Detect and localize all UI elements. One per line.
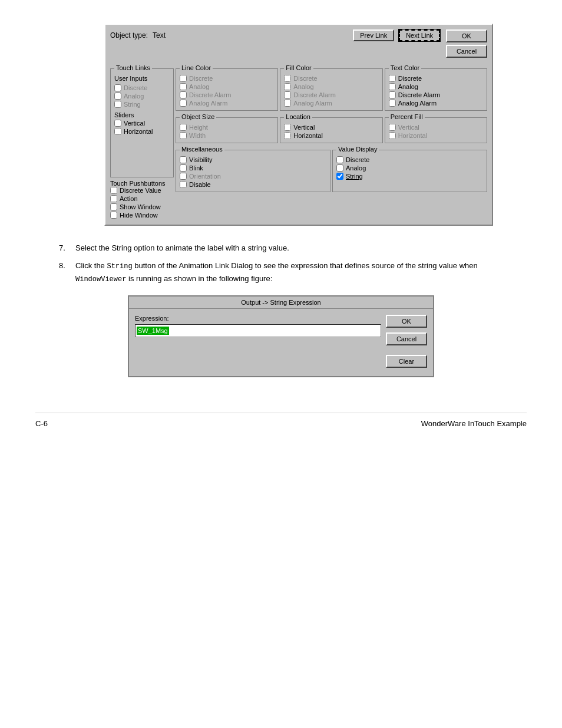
location-horizontal-checkbox[interactable] — [284, 132, 291, 139]
vd-analog-checkbox[interactable] — [336, 164, 343, 172]
discrete-value-label: Discrete Value — [120, 187, 161, 194]
fill-discrete-alarm-checkbox[interactable] — [284, 91, 291, 98]
user-inputs-label: User Inputs — [114, 75, 170, 82]
disable-checkbox[interactable] — [180, 181, 187, 188]
fill-analog-alarm-checkbox[interactable] — [284, 100, 291, 107]
orientation-checkbox[interactable] — [180, 173, 187, 180]
action-label: Action — [120, 195, 138, 202]
line-analog-checkbox[interactable] — [180, 83, 187, 90]
location-vertical-label: Vertical — [293, 124, 315, 131]
fill-discrete-alarm-label: Discrete Alarm — [293, 91, 336, 98]
blink-checkbox[interactable] — [180, 164, 187, 172]
text-discrete-label: Discrete — [398, 75, 422, 82]
pf-vertical-label: Vertical — [398, 124, 419, 131]
fill-analog-checkbox[interactable] — [284, 83, 291, 90]
sliders-horizontal-label: Horizontal — [124, 128, 153, 135]
line-analog-alarm-checkbox[interactable] — [180, 100, 187, 107]
touch-analog-checkbox[interactable] — [114, 93, 121, 100]
text-analog-label: Analog — [398, 83, 418, 90]
step8-code1: String — [107, 262, 132, 271]
line-analog-alarm-label: Analog Alarm — [189, 100, 227, 107]
line-analog-label: Analog — [189, 83, 209, 90]
step8-num: 8. — [59, 259, 70, 286]
hide-window-checkbox[interactable] — [110, 212, 117, 219]
step7-num: 7. — [59, 243, 70, 252]
vd-string-checkbox[interactable] — [336, 173, 343, 180]
expression-label: Expression: — [135, 315, 381, 322]
expression-value: SW_1Msg — [137, 327, 169, 335]
line-color-title: Line Color — [180, 64, 213, 71]
step8-text: Click the String button of the Animation… — [75, 259, 503, 286]
height-label: Height — [189, 124, 208, 131]
line-discrete-alarm-checkbox[interactable] — [180, 91, 187, 98]
object-size-title: Object Size — [180, 113, 216, 120]
fill-analog-label: Analog — [293, 83, 313, 90]
next-link-button[interactable]: Next Link — [399, 29, 440, 41]
fill-analog-alarm-label: Analog Alarm — [293, 100, 332, 107]
object-type-label: Object type: — [110, 31, 148, 39]
expr-dialog-title: Output -> String Expression — [129, 297, 433, 309]
percent-fill-panel: Percent Fill Vertical Horizontal — [385, 117, 487, 143]
percent-fill-title: Percent Fill — [389, 113, 425, 120]
fill-color-panel: Fill Color Discrete Analog — [280, 68, 382, 111]
hide-window-label: Hide Window — [120, 212, 158, 219]
visibility-label: Visibility — [189, 156, 213, 163]
location-title: Location — [284, 113, 312, 120]
touch-string-checkbox[interactable] — [114, 101, 121, 108]
page-footer: C-6 WonderWare InTouch Example — [35, 413, 527, 428]
action-checkbox[interactable] — [110, 195, 117, 202]
touch-string-label: String — [124, 101, 141, 108]
fill-discrete-label: Discrete — [293, 75, 317, 82]
touch-links-title: Touch Links — [114, 64, 152, 71]
miscellaneous-title: Miscellaneous — [180, 146, 224, 153]
miscellaneous-panel: Miscellaneous Visibility Blink — [176, 150, 330, 192]
touch-discrete-checkbox[interactable] — [114, 84, 121, 91]
sliders-vertical-checkbox[interactable] — [114, 120, 121, 127]
object-size-panel: Object Size Height Width — [176, 117, 278, 143]
expr-clear-button[interactable]: Clear — [386, 355, 427, 368]
line-color-panel: Line Color Discrete Analog — [176, 68, 278, 111]
step-instructions: 7. Select the String option to animate t… — [59, 243, 503, 286]
pf-horizontal-checkbox[interactable] — [389, 132, 396, 139]
touch-pushbuttons-label: Touch Pushbuttons — [110, 180, 174, 187]
text-analog-checkbox[interactable] — [389, 83, 396, 90]
vd-string-label: String — [346, 173, 363, 180]
touch-analog-label: Analog — [124, 93, 144, 100]
sliders-label: Sliders — [114, 111, 170, 118]
cancel-button[interactable]: Cancel — [446, 45, 487, 58]
line-discrete-alarm-label: Discrete Alarm — [189, 91, 232, 98]
fill-color-title: Fill Color — [284, 64, 313, 71]
footer-left: C-6 — [35, 419, 48, 428]
touch-discrete-label: Discrete — [124, 84, 147, 91]
pf-vertical-checkbox[interactable] — [389, 124, 396, 131]
discrete-value-checkbox[interactable] — [110, 187, 117, 194]
width-label: Width — [189, 132, 206, 139]
expr-ok-button[interactable]: OK — [386, 315, 427, 328]
sliders-horizontal-checkbox[interactable] — [114, 128, 121, 135]
location-vertical-checkbox[interactable] — [284, 124, 291, 131]
object-type-value: Text — [153, 31, 166, 39]
prev-link-button[interactable]: Prev Link — [353, 29, 394, 41]
step8-code2: WindowViewer — [75, 275, 126, 284]
sliders-vertical-label: Vertical — [124, 120, 145, 127]
visibility-checkbox[interactable] — [180, 156, 187, 163]
disable-label: Disable — [189, 181, 211, 188]
fill-discrete-checkbox[interactable] — [284, 75, 291, 82]
string-expression-dialog: Output -> String Expression Expression: … — [128, 295, 434, 377]
show-window-checkbox[interactable] — [110, 203, 117, 210]
height-checkbox[interactable] — [180, 124, 187, 131]
ok-button[interactable]: OK — [446, 29, 487, 42]
line-discrete-checkbox[interactable] — [180, 75, 187, 82]
blink-label: Blink — [189, 164, 203, 172]
vd-discrete-label: Discrete — [346, 156, 369, 163]
text-color-panel: Text Color Discrete Analog — [385, 68, 487, 111]
footer-right: WonderWare InTouch Example — [421, 419, 527, 428]
vd-discrete-checkbox[interactable] — [336, 156, 343, 163]
text-discrete-checkbox[interactable] — [389, 75, 396, 82]
text-color-title: Text Color — [389, 64, 422, 71]
text-discrete-alarm-checkbox[interactable] — [389, 91, 396, 98]
text-analog-alarm-checkbox[interactable] — [389, 100, 396, 107]
expr-cancel-button[interactable]: Cancel — [386, 332, 427, 345]
vd-analog-label: Analog — [346, 164, 366, 172]
width-checkbox[interactable] — [180, 132, 187, 139]
